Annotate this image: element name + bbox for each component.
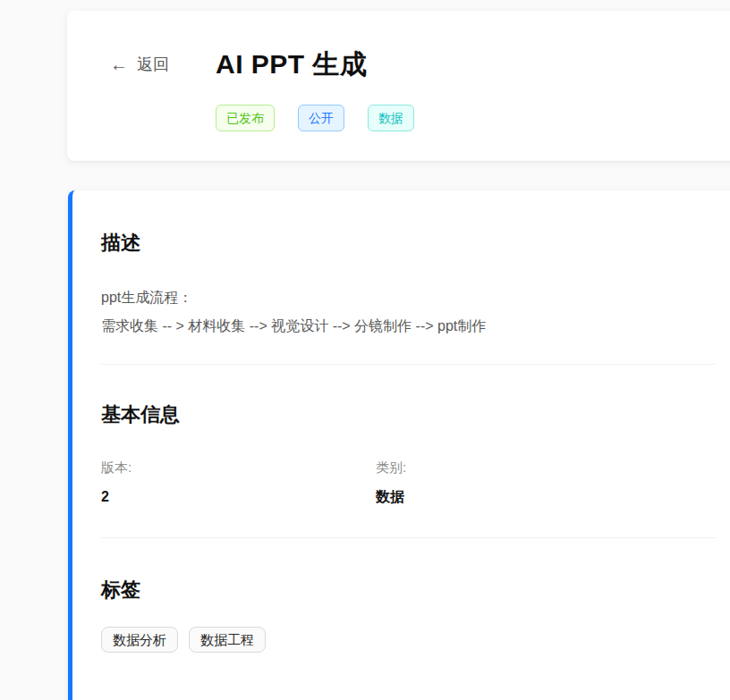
basic-info-section: 基本信息 版本: 2 类别: 数据 — [101, 402, 716, 507]
arrow-left-icon: ← — [110, 55, 128, 73]
description-text: ppt生成流程： 需求收集 -- > 材料收集 --> 视觉设计 --> 分镜制… — [101, 283, 716, 341]
detail-header-card: ← 返回 AI PPT 生成 已发布 公开 数据 — [67, 11, 730, 161]
version-label: 版本: — [101, 458, 376, 477]
description-line-2: 需求收集 -- > 材料收集 --> 视觉设计 --> 分镜制作 --> ppt… — [101, 312, 716, 341]
tag-chip-data-analysis: 数据分析 — [101, 627, 178, 653]
section-divider — [101, 364, 716, 365]
tag-row: 数据分析 数据工程 — [101, 627, 716, 653]
info-field-category: 类别: 数据 — [376, 458, 716, 507]
tags-heading: 标签 — [101, 578, 716, 603]
badge-row: 已发布 公开 数据 — [216, 105, 414, 131]
header-row: ← 返回 AI PPT 生成 已发布 公开 数据 — [110, 47, 730, 131]
back-button-label: 返回 — [137, 54, 169, 75]
basic-info-heading: 基本信息 — [101, 402, 716, 427]
back-button[interactable]: ← 返回 — [110, 54, 169, 75]
category-value: 数据 — [376, 487, 716, 507]
page-title: AI PPT 生成 — [216, 47, 414, 81]
description-line-1: ppt生成流程： — [101, 283, 716, 312]
detail-body-card: 描述 ppt生成流程： 需求收集 -- > 材料收集 --> 视觉设计 --> … — [68, 190, 730, 700]
description-section: 描述 ppt生成流程： 需求收集 -- > 材料收集 --> 视觉设计 --> … — [101, 231, 716, 341]
category-badge-data: 数据 — [368, 105, 414, 131]
title-block: AI PPT 生成 已发布 公开 数据 — [216, 47, 414, 131]
status-badge-published: 已发布 — [216, 105, 275, 131]
visibility-badge-public: 公开 — [298, 105, 344, 131]
info-field-version: 版本: 2 — [101, 458, 376, 507]
tags-section: 标签 数据分析 数据工程 — [101, 578, 716, 653]
version-value: 2 — [101, 487, 376, 507]
category-label: 类别: — [376, 458, 716, 477]
description-heading: 描述 — [101, 231, 716, 256]
basic-info-grid: 版本: 2 类别: 数据 — [101, 458, 716, 507]
tag-chip-data-engineering: 数据工程 — [189, 627, 266, 653]
section-divider — [101, 537, 716, 538]
